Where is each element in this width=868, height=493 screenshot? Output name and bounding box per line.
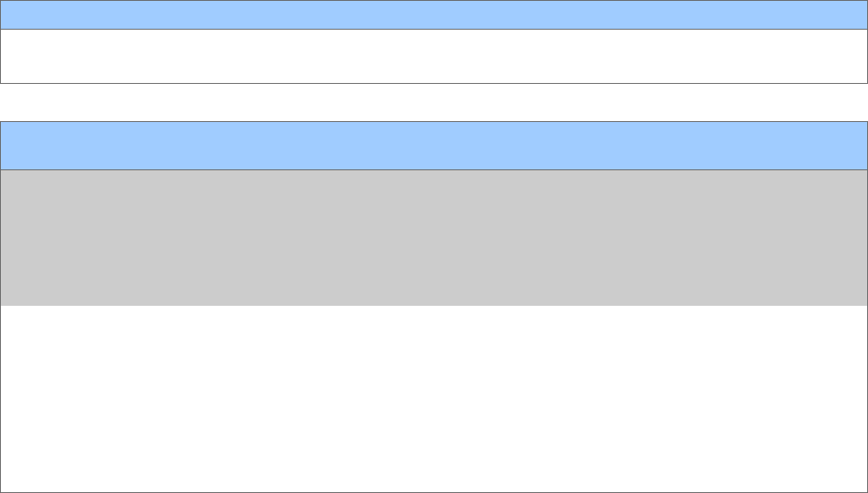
table-1-row-1 <box>1 30 867 83</box>
table-2-header <box>1 122 867 170</box>
table-1-header <box>1 1 867 30</box>
table-2-row-1 <box>1 170 867 306</box>
table-2 <box>0 121 868 493</box>
table-1 <box>0 0 868 84</box>
table-2-row-2 <box>1 306 867 492</box>
